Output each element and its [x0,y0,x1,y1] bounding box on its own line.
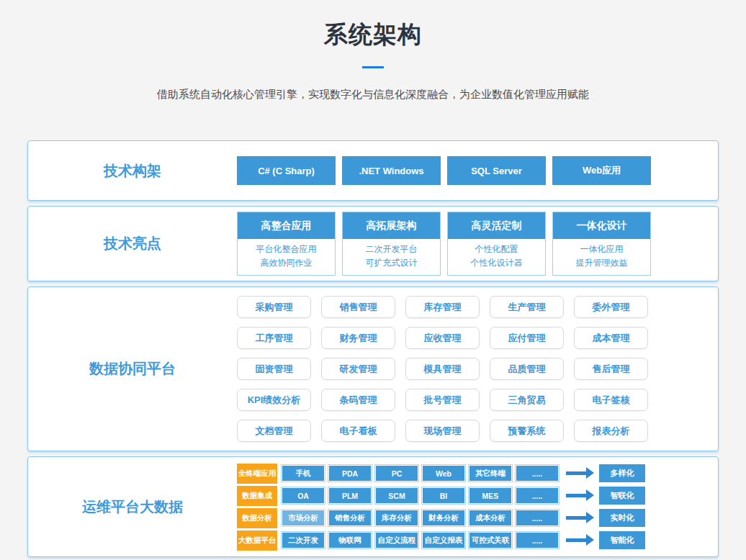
card-line: 可扩充式设计 [343,256,440,270]
module-chip: 条码管理 [321,389,395,411]
row-result-label: 智联化 [599,487,645,505]
arrow-right-icon [566,516,586,520]
page-header: 系统架构 借助系统自动化核心管理引擎，实现数字化与信息化深度融合，为企业数值化管… [0,0,746,101]
module-chip: 售后管理 [574,358,648,380]
row-item: 成本分析 [469,510,512,526]
row-item-ellipsis: ..... [516,465,559,482]
row-item: 库存分析 [375,510,418,526]
tech-item-dotnet: .NET Windows [342,156,441,185]
card-line: 平台化整合应用 [238,243,335,256]
module-chip: 委外管理 [574,296,648,318]
row-item-ellipsis: ..... [516,487,559,504]
module-chip: KPI绩效分析 [237,389,311,411]
module-chip: 现场管理 [405,420,480,442]
module-chip: 批号管理 [405,389,480,411]
tech-item-web: Web应用 [552,156,651,185]
tech-item-sqlserver: SQL Server [447,156,546,185]
row-item: MES [469,487,512,504]
row-result-label: 多样化 [599,464,645,482]
module-chip: 报表分析 [574,420,648,442]
row-item: PDA [328,465,372,482]
module-chip: 三角贸易 [490,389,564,411]
highlight-card: 高整合应用 平台化整合应用 高效协同作业 [237,212,336,276]
arrow-right-icon [566,494,586,497]
row-item: PC [375,465,418,482]
highlight-card: 高灵活定制 个性化配置 个性化设计器 [447,212,546,276]
bigdata-row-terminals: 全终端应用 手机 PDA PC Web 其它终端 ..... 多样化 [237,463,645,484]
bigdata-rows: 全终端应用 手机 PDA PC Web 其它终端 ..... 多样化 数据集成 … [237,457,645,556]
row-result-label: 智能化 [599,531,645,549]
module-chip: 电子看板 [321,420,395,442]
row-category-label: 数据集成 [237,486,277,506]
row-item: 手机 [282,465,325,482]
module-chip: 模具管理 [405,358,480,380]
module-chip: 工序管理 [237,327,311,349]
section-title-platform: 数据协同平台 [28,359,237,379]
module-chip: 应收管理 [405,327,480,349]
page-title: 系统架构 [0,19,746,51]
tech-stack-items: C# (C Sharp) .NET Windows SQL Server Web… [237,141,651,200]
row-item: 销售分析 [328,510,372,526]
row-category-label: 全终端应用 [237,464,277,484]
module-grid: 采购管理 销售管理 库存管理 生产管理 委外管理 工序管理 财务管理 应收管理 … [237,287,648,451]
card-header: 一体化设计 [553,212,650,239]
card-header: 高拓展架构 [343,212,440,239]
row-item: OA [282,487,325,504]
module-chip: 预警系统 [490,420,564,442]
section-title-tech-stack: 技术构架 [28,161,237,181]
row-item: 自定义报表 [422,532,465,548]
card-line: 高效协同作业 [238,256,335,270]
module-chip: 应付管理 [490,327,564,349]
module-chip: 销售管理 [321,296,395,318]
module-chip: 生产管理 [490,296,564,318]
section-platform: 数据协同平台 采购管理 销售管理 库存管理 生产管理 委外管理 工序管理 财务管… [27,286,719,451]
module-chip: 文档管理 [237,420,311,442]
card-line: 提升管理效益 [553,256,650,270]
module-chip: 财务管理 [321,327,395,349]
section-title-highlights: 技术亮点 [28,234,237,253]
row-item: 市场分析 [282,510,325,526]
card-header: 高灵活定制 [448,212,545,239]
module-chip: 成本管理 [574,327,648,349]
tech-item-csharp: C# (C Sharp) [237,156,336,185]
row-category-label: 数据分析 [237,508,277,528]
module-chip: 品质管理 [490,358,564,380]
row-result-label: 实时化 [599,509,645,527]
highlight-card: 高拓展架构 二次开发平台 可扩充式设计 [342,212,441,276]
bigdata-row-analysis: 数据分析 市场分析 销售分析 库存分析 财务分析 成本分析 ..... 实时化 [237,507,645,528]
row-item: 物联网 [328,532,372,548]
row-item: 财务分析 [422,510,465,526]
row-item: Web [422,465,465,482]
row-item: 可控式关联 [469,532,512,548]
card-line: 个性化配置 [448,243,545,256]
row-item: PLM [328,487,372,504]
card-header: 高整合应用 [238,212,335,239]
module-chip: 采购管理 [237,296,311,318]
row-item: BI [422,487,465,504]
highlight-card: 一体化设计 一体化应用 提升管理效益 [552,212,651,276]
title-underline [362,66,384,68]
module-chip: 研发管理 [321,358,395,380]
page-subtitle: 借助系统自动化核心管理引擎，实现数字化与信息化深度融合，为企业数值化管理应用赋能 [0,88,746,101]
card-line: 一体化应用 [553,243,650,256]
row-item: 自定义流程 [375,532,418,548]
card-line: 二次开发平台 [343,243,440,256]
section-highlights: 技术亮点 高整合应用 平台化整合应用 高效协同作业 高拓展架构 二次开发平台 可… [27,206,719,281]
section-title-bigdata: 运维平台大数据 [28,497,237,517]
section-bigdata: 运维平台大数据 全终端应用 手机 PDA PC Web 其它终端 ..... 多… [27,456,719,557]
row-category-label: 大数据平台 [237,530,277,551]
module-chip: 固资管理 [237,358,311,380]
arrow-right-icon [566,471,586,475]
module-chip: 电子签核 [574,389,648,411]
row-item-ellipsis: ..... [516,532,559,548]
module-chip: 库存管理 [405,296,480,318]
row-item: 二次开发 [282,532,325,548]
section-tech-stack: 技术构架 C# (C Sharp) .NET Windows SQL Serve… [27,140,719,201]
bigdata-row-integration: 数据集成 OA PLM SCM BI MES ..... 智联化 [237,485,645,506]
row-item: 其它终端 [469,465,512,482]
highlight-cards: 高整合应用 平台化整合应用 高效协同作业 高拓展架构 二次开发平台 可扩充式设计… [237,207,651,281]
arrow-right-icon [566,538,586,542]
row-item: SCM [375,487,418,504]
card-line: 个性化设计器 [448,256,545,270]
bigdata-row-platform: 大数据平台 二次开发 物联网 自定义流程 自定义报表 可控式关联 ..... 智… [237,530,645,551]
